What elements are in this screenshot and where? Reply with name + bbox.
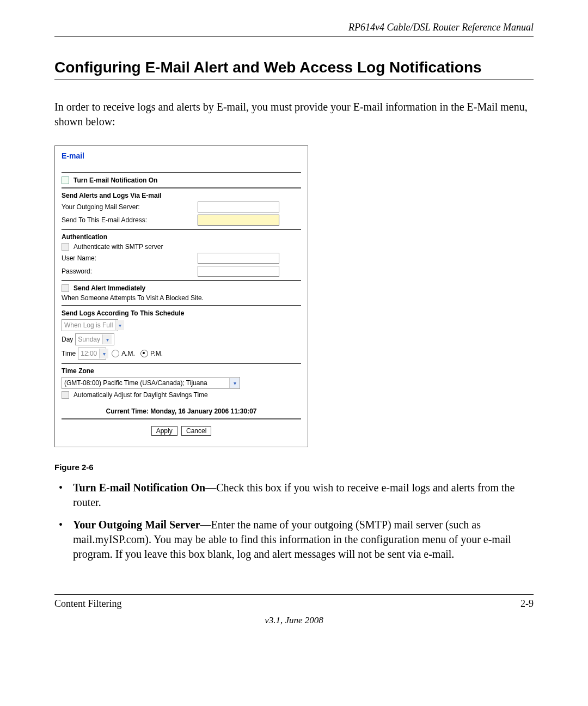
send-to-input[interactable] (198, 215, 279, 226)
panel-title: E-mail (62, 151, 301, 160)
day-select[interactable]: Sunday ▾ (75, 333, 114, 345)
day-label: Day (62, 336, 73, 343)
page-footer: Content Filtering 2-9 v3.1, June 2008 (54, 594, 534, 626)
chevron-down-icon: ▾ (102, 334, 112, 344)
dst-label: Automatically Adjust for Daylight Saving… (74, 391, 208, 399)
figure-caption: Figure 2-6 (54, 462, 534, 472)
cancel-button[interactable]: Cancel (181, 426, 211, 436)
auth-heading: Authentication (62, 233, 301, 241)
alert-sub-label: When Someone Attempts To Visit A Blocked… (62, 294, 301, 302)
password-input[interactable] (198, 266, 279, 277)
chevron-down-icon: ▾ (229, 378, 240, 388)
footer-rule (54, 594, 534, 595)
send-alerts-heading: Send Alerts and Logs Via E-mail (62, 192, 301, 199)
schedule-select[interactable]: When Log is Full ▾ (62, 319, 118, 331)
footer-version: v3.1, June 2008 (54, 615, 534, 626)
alert-immediate-label: Send Alert Immediately (74, 284, 145, 292)
username-label: User Name: (62, 254, 198, 262)
auth-checkbox[interactable] (62, 243, 69, 251)
outgoing-server-input[interactable] (198, 202, 279, 212)
bullet-bold: Turn E-mail Notification On (73, 482, 205, 494)
bullet-bold: Your Outgoing Mail Server (73, 519, 200, 531)
list-item: Your Outgoing Mail Server—Enter the name… (54, 518, 534, 562)
bullet-list: Turn E-mail Notification On—Check this b… (54, 480, 534, 562)
intro-paragraph: In order to receive logs and alerts by E… (54, 100, 534, 129)
outgoing-server-label: Your Outgoing Mail Server: (62, 203, 198, 211)
current-time-text: Current Time: Monday, 16 January 2006 11… (62, 407, 301, 415)
chevron-down-icon: ▾ (99, 349, 108, 358)
am-radio[interactable] (112, 350, 119, 357)
time-label: Time (62, 350, 76, 357)
document-header: RP614v4 Cable/DSL Router Reference Manua… (54, 22, 534, 36)
schedule-heading: Send Logs According To This Schedule (62, 309, 301, 317)
separator (62, 418, 301, 419)
separator (62, 305, 301, 306)
turn-on-checkbox[interactable] (62, 176, 69, 184)
footer-page-number: 2-9 (520, 598, 534, 610)
day-value: Sunday (78, 336, 100, 343)
time-select[interactable]: 12:00 ▾ (78, 348, 106, 360)
username-input[interactable] (198, 253, 279, 264)
separator (62, 187, 301, 188)
auth-checkbox-label: Authenticate with SMTP server (74, 243, 163, 251)
email-config-panel: E-mail Turn E-mail Notification On Send … (54, 145, 308, 447)
separator (62, 172, 301, 173)
am-label: A.M. (121, 350, 135, 357)
send-to-label: Send To This E-mail Address: (62, 216, 198, 224)
apply-button[interactable]: Apply (151, 426, 177, 436)
timezone-heading: Time Zone (62, 367, 301, 375)
footer-section: Content Filtering (54, 598, 122, 610)
separator (62, 363, 301, 364)
timezone-value: (GMT-08:00) Pacific Time (USA/Canada); T… (64, 379, 207, 387)
pm-label: P.M. (150, 350, 163, 357)
alert-immediate-checkbox[interactable] (62, 284, 69, 292)
schedule-value: When Log is Full (64, 321, 113, 329)
chevron-down-icon: ▾ (115, 320, 124, 330)
timezone-select[interactable]: (GMT-08:00) Pacific Time (USA/Canada); T… (62, 377, 240, 389)
turn-on-label: Turn E-mail Notification On (74, 176, 157, 184)
time-value: 12:00 (81, 350, 97, 357)
separator (62, 229, 301, 230)
separator (62, 280, 301, 281)
list-item: Turn E-mail Notification On—Check this b… (54, 480, 534, 510)
pm-radio[interactable] (140, 350, 148, 357)
header-rule (54, 36, 534, 37)
dst-checkbox[interactable] (62, 391, 69, 399)
password-label: Password: (62, 267, 198, 275)
section-heading: Configuring E-Mail Alert and Web Access … (54, 59, 534, 80)
